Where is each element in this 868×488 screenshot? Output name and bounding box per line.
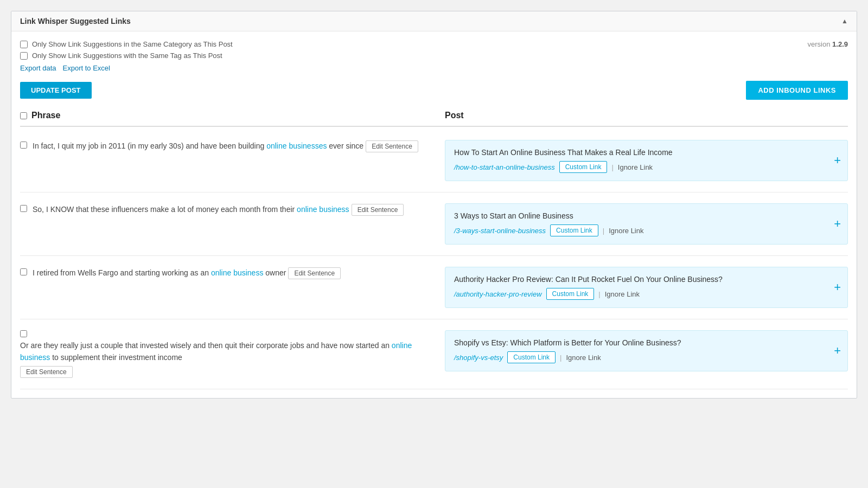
custom-link-button-4[interactable]: Custom Link <box>507 351 556 363</box>
phrase-link-4: online business <box>20 341 412 362</box>
post-col-2: 3 Ways to Start an Online Business/3-way… <box>434 203 848 245</box>
separator-1: | <box>611 163 613 171</box>
phrase-link-1: online businesses <box>266 142 327 150</box>
separator-4: | <box>560 354 561 362</box>
expand-button-2[interactable]: + <box>834 218 841 230</box>
add-inbound-links-button[interactable]: ADD INBOUND LINKS <box>746 81 848 100</box>
row-checkbox-1[interactable] <box>20 142 27 149</box>
phrase-link-2: online business <box>297 205 349 214</box>
phrase-column-header: Phrase <box>20 111 434 120</box>
post-card-1: How To Start An Online Business That Mak… <box>445 140 848 181</box>
ignore-link-button-2[interactable]: Ignore Link <box>609 227 643 235</box>
version-label: version <box>808 40 831 48</box>
edit-sentence-button-4[interactable]: Edit Sentence <box>20 366 73 378</box>
table-row: So, I KNOW that these influencers make a… <box>20 192 848 256</box>
edit-sentence-button-1[interactable]: Edit Sentence <box>366 140 418 152</box>
expand-button-1[interactable]: + <box>834 155 841 166</box>
same-category-label: Only Show Link Suggestions in the Same C… <box>32 40 233 48</box>
post-title-4: Shopify vs Etsy: Which Platform is Bette… <box>454 338 839 347</box>
ignore-link-button-1[interactable]: Ignore Link <box>618 163 653 171</box>
post-card-3: Authority Hacker Pro Review: Can It Put … <box>445 267 848 308</box>
collapse-icon[interactable]: ▲ <box>841 17 848 25</box>
same-category-checkbox[interactable] <box>20 41 28 48</box>
edit-sentence-button-3[interactable]: Edit Sentence <box>288 267 341 279</box>
ignore-link-button-4[interactable]: Ignore Link <box>566 354 601 362</box>
same-tag-checkbox[interactable] <box>20 52 28 60</box>
version-display: version 1.2.9 <box>808 40 848 48</box>
version-number: 1.2.9 <box>832 40 848 48</box>
phrase-col-3: I retired from Wells Fargo and starting … <box>20 267 434 279</box>
table-row: I retired from Wells Fargo and starting … <box>20 256 848 319</box>
post-url-3: /authority-hacker-pro-review <box>454 290 542 298</box>
expand-button-3[interactable]: + <box>834 281 841 293</box>
phrase-link-3: online business <box>211 268 264 277</box>
separator-2: | <box>603 227 604 235</box>
post-column-header: Post <box>434 111 848 120</box>
phrase-col-2: So, I KNOW that these influencers make a… <box>20 203 434 216</box>
edit-sentence-button-2[interactable]: Edit Sentence <box>352 204 404 216</box>
select-all-checkbox[interactable] <box>20 112 27 119</box>
post-col-4: Shopify vs Etsy: Which Platform is Bette… <box>434 330 848 371</box>
post-col-1: How To Start An Online Business That Mak… <box>434 140 848 181</box>
same-tag-label: Only Show Link Suggestions with the Same… <box>32 52 222 60</box>
panel-title: Link Whisper Suggested Links <box>20 17 131 25</box>
post-title-2: 3 Ways to Start an Online Business <box>454 211 839 220</box>
row-checkbox-2[interactable] <box>20 205 27 212</box>
post-url-2: /3-ways-start-online-business <box>454 227 546 235</box>
custom-link-button-1[interactable]: Custom Link <box>559 161 608 173</box>
phrase-col-4: Or are they really just a couple that in… <box>20 330 434 378</box>
phrase-col-1: In fact, I quit my job in 2011 (in my ea… <box>20 140 434 152</box>
expand-button-4[interactable]: + <box>834 345 841 357</box>
custom-link-button-2[interactable]: Custom Link <box>550 224 598 236</box>
post-url-4: /shopify-vs-etsy <box>454 354 503 362</box>
post-url-1: /how-to-start-an-online-business <box>454 163 555 171</box>
row-checkbox-3[interactable] <box>20 268 27 275</box>
post-card-4: Shopify vs Etsy: Which Platform is Bette… <box>445 330 848 371</box>
table-row: Or are they really just a couple that in… <box>20 319 848 389</box>
post-card-2: 3 Ways to Start an Online Business/3-way… <box>445 203 848 245</box>
post-title-1: How To Start An Online Business That Mak… <box>454 148 839 157</box>
export-data-link[interactable]: Export data <box>20 64 56 72</box>
update-post-button[interactable]: UPDATE POST <box>20 82 92 99</box>
custom-link-button-3[interactable]: Custom Link <box>546 288 595 300</box>
export-excel-link[interactable]: Export to Excel <box>63 64 110 72</box>
post-title-3: Authority Hacker Pro Review: Can It Put … <box>454 275 839 284</box>
separator-3: | <box>598 290 600 298</box>
table-row: In fact, I quit my job in 2011 (in my ea… <box>20 129 848 192</box>
post-col-3: Authority Hacker Pro Review: Can It Put … <box>434 267 848 308</box>
ignore-link-button-3[interactable]: Ignore Link <box>605 290 640 298</box>
suggestions-container: In fact, I quit my job in 2011 (in my ea… <box>20 129 848 389</box>
row-checkbox-4[interactable] <box>20 330 27 337</box>
